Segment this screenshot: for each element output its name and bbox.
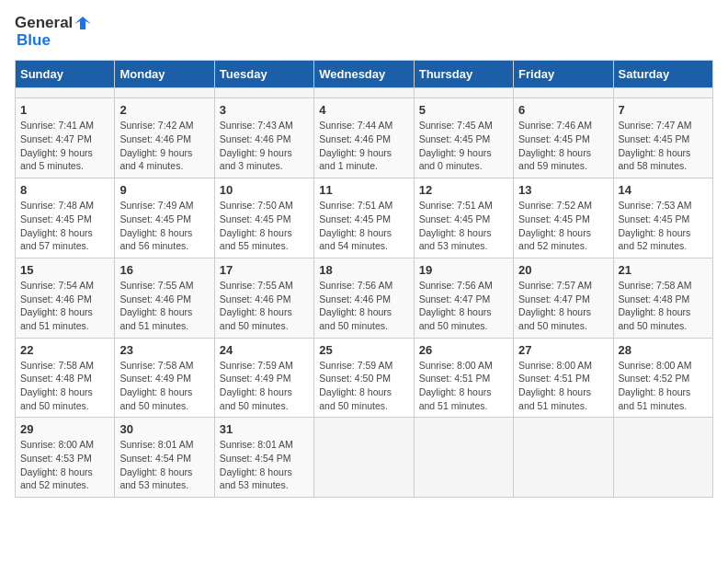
day-number: 8 xyxy=(20,183,109,197)
day-number: 30 xyxy=(119,422,209,436)
calendar-week-row: 15Sunrise: 7:54 AM Sunset: 4:46 PM Dayli… xyxy=(16,258,713,338)
logo-text: General Blue xyxy=(15,15,91,49)
calendar-cell xyxy=(414,88,513,98)
day-info: Sunrise: 7:45 AM Sunset: 4:45 PM Dayligh… xyxy=(419,119,508,173)
day-number: 11 xyxy=(319,183,408,197)
calendar-cell: 18Sunrise: 7:56 AM Sunset: 4:46 PM Dayli… xyxy=(314,258,414,338)
day-number: 29 xyxy=(20,422,109,436)
calendar-cell: 12Sunrise: 7:51 AM Sunset: 4:45 PM Dayli… xyxy=(414,178,513,259)
calendar-cell: 30Sunrise: 8:01 AM Sunset: 4:54 PM Dayli… xyxy=(115,418,214,498)
logo: General Blue xyxy=(15,15,91,49)
calendar-week-row: 1Sunrise: 7:41 AM Sunset: 4:47 PM Daylig… xyxy=(16,98,713,178)
calendar-cell: 10Sunrise: 7:50 AM Sunset: 4:45 PM Dayli… xyxy=(214,178,313,259)
col-header-tuesday: Tuesday xyxy=(214,61,313,88)
logo-bird-icon xyxy=(74,15,91,31)
day-info: Sunrise: 7:44 AM Sunset: 4:46 PM Dayligh… xyxy=(319,119,408,173)
day-number: 7 xyxy=(619,103,708,117)
calendar-cell: 24Sunrise: 7:59 AM Sunset: 4:49 PM Dayli… xyxy=(214,338,313,418)
day-number: 22 xyxy=(20,343,109,357)
day-info: Sunrise: 7:48 AM Sunset: 4:45 PM Dayligh… xyxy=(20,199,109,253)
day-info: Sunrise: 7:46 AM Sunset: 4:45 PM Dayligh… xyxy=(518,119,608,173)
calendar-cell xyxy=(314,418,414,498)
calendar-cell: 23Sunrise: 7:58 AM Sunset: 4:49 PM Dayli… xyxy=(115,338,214,418)
day-number: 16 xyxy=(119,263,209,277)
calendar-cell: 21Sunrise: 7:58 AM Sunset: 4:48 PM Dayli… xyxy=(613,258,712,338)
day-info: Sunrise: 7:47 AM Sunset: 4:45 PM Dayligh… xyxy=(619,119,708,173)
calendar-week-row xyxy=(16,88,713,98)
day-number: 28 xyxy=(619,343,708,357)
calendar-cell: 14Sunrise: 7:53 AM Sunset: 4:45 PM Dayli… xyxy=(613,178,712,259)
svg-marker-0 xyxy=(74,17,91,29)
calendar-header-row: SundayMondayTuesdayWednesdayThursdayFrid… xyxy=(16,61,713,88)
col-header-monday: Monday xyxy=(115,61,214,88)
day-number: 13 xyxy=(518,183,608,197)
day-info: Sunrise: 7:59 AM Sunset: 4:50 PM Dayligh… xyxy=(319,359,408,413)
calendar-cell xyxy=(115,88,214,98)
calendar-cell: 19Sunrise: 7:56 AM Sunset: 4:47 PM Dayli… xyxy=(414,258,513,338)
calendar-cell: 2Sunrise: 7:42 AM Sunset: 4:46 PM Daylig… xyxy=(115,98,214,178)
day-info: Sunrise: 8:01 AM Sunset: 4:54 PM Dayligh… xyxy=(220,438,309,492)
calendar-table: SundayMondayTuesdayWednesdayThursdayFrid… xyxy=(15,60,713,498)
calendar-cell: 13Sunrise: 7:52 AM Sunset: 4:45 PM Dayli… xyxy=(514,178,613,259)
calendar-cell xyxy=(514,418,613,498)
calendar-cell: 29Sunrise: 8:00 AM Sunset: 4:53 PM Dayli… xyxy=(16,418,115,498)
calendar-cell: 27Sunrise: 8:00 AM Sunset: 4:51 PM Dayli… xyxy=(514,338,613,418)
day-number: 4 xyxy=(319,103,408,117)
day-info: Sunrise: 7:58 AM Sunset: 4:48 PM Dayligh… xyxy=(619,279,708,333)
calendar-cell: 3Sunrise: 7:43 AM Sunset: 4:46 PM Daylig… xyxy=(214,98,313,178)
day-number: 18 xyxy=(319,263,408,277)
calendar-cell: 22Sunrise: 7:58 AM Sunset: 4:48 PM Dayli… xyxy=(16,338,115,418)
col-header-wednesday: Wednesday xyxy=(314,61,414,88)
day-info: Sunrise: 7:51 AM Sunset: 4:45 PM Dayligh… xyxy=(319,199,408,253)
day-info: Sunrise: 7:58 AM Sunset: 4:48 PM Dayligh… xyxy=(20,359,109,413)
calendar-cell: 16Sunrise: 7:55 AM Sunset: 4:46 PM Dayli… xyxy=(115,258,214,338)
day-number: 26 xyxy=(419,343,508,357)
day-info: Sunrise: 7:58 AM Sunset: 4:49 PM Dayligh… xyxy=(119,359,209,413)
calendar-cell: 17Sunrise: 7:55 AM Sunset: 4:46 PM Dayli… xyxy=(214,258,313,338)
day-info: Sunrise: 7:57 AM Sunset: 4:47 PM Dayligh… xyxy=(518,279,608,333)
day-number: 10 xyxy=(220,183,309,197)
calendar-cell: 28Sunrise: 8:00 AM Sunset: 4:52 PM Dayli… xyxy=(613,338,712,418)
calendar-cell: 26Sunrise: 8:00 AM Sunset: 4:51 PM Dayli… xyxy=(414,338,513,418)
day-info: Sunrise: 7:41 AM Sunset: 4:47 PM Dayligh… xyxy=(20,119,109,173)
calendar-cell: 4Sunrise: 7:44 AM Sunset: 4:46 PM Daylig… xyxy=(314,98,414,178)
calendar-cell xyxy=(613,418,712,498)
day-number: 12 xyxy=(419,183,508,197)
day-number: 31 xyxy=(220,422,309,436)
calendar-cell: 6Sunrise: 7:46 AM Sunset: 4:45 PM Daylig… xyxy=(514,98,613,178)
calendar-cell xyxy=(214,88,313,98)
calendar-cell xyxy=(414,418,513,498)
day-info: Sunrise: 8:00 AM Sunset: 4:51 PM Dayligh… xyxy=(518,359,608,413)
calendar-week-row: 8Sunrise: 7:48 AM Sunset: 4:45 PM Daylig… xyxy=(16,178,713,259)
page-header: General Blue xyxy=(15,15,713,49)
day-info: Sunrise: 7:56 AM Sunset: 4:47 PM Dayligh… xyxy=(419,279,508,333)
day-info: Sunrise: 8:00 AM Sunset: 4:52 PM Dayligh… xyxy=(619,359,708,413)
calendar-cell: 31Sunrise: 8:01 AM Sunset: 4:54 PM Dayli… xyxy=(214,418,313,498)
day-info: Sunrise: 7:50 AM Sunset: 4:45 PM Dayligh… xyxy=(220,199,309,253)
calendar-cell xyxy=(16,88,115,98)
day-number: 3 xyxy=(220,103,309,117)
day-number: 27 xyxy=(518,343,608,357)
day-info: Sunrise: 7:55 AM Sunset: 4:46 PM Dayligh… xyxy=(220,279,309,333)
col-header-thursday: Thursday xyxy=(414,61,513,88)
day-number: 25 xyxy=(319,343,408,357)
day-number: 6 xyxy=(518,103,608,117)
calendar-cell: 11Sunrise: 7:51 AM Sunset: 4:45 PM Dayli… xyxy=(314,178,414,259)
col-header-sunday: Sunday xyxy=(16,61,115,88)
calendar-cell: 7Sunrise: 7:47 AM Sunset: 4:45 PM Daylig… xyxy=(613,98,712,178)
day-number: 19 xyxy=(419,263,508,277)
day-info: Sunrise: 7:42 AM Sunset: 4:46 PM Dayligh… xyxy=(119,119,209,173)
calendar-cell: 15Sunrise: 7:54 AM Sunset: 4:46 PM Dayli… xyxy=(16,258,115,338)
day-number: 24 xyxy=(220,343,309,357)
day-info: Sunrise: 7:49 AM Sunset: 4:45 PM Dayligh… xyxy=(119,199,209,253)
day-info: Sunrise: 7:59 AM Sunset: 4:49 PM Dayligh… xyxy=(220,359,309,413)
day-number: 15 xyxy=(20,263,109,277)
day-info: Sunrise: 7:53 AM Sunset: 4:45 PM Dayligh… xyxy=(619,199,708,253)
calendar-cell xyxy=(314,88,414,98)
day-number: 21 xyxy=(619,263,708,277)
day-info: Sunrise: 7:43 AM Sunset: 4:46 PM Dayligh… xyxy=(220,119,309,173)
day-number: 17 xyxy=(220,263,309,277)
day-info: Sunrise: 7:56 AM Sunset: 4:46 PM Dayligh… xyxy=(319,279,408,333)
col-header-saturday: Saturday xyxy=(613,61,712,88)
col-header-friday: Friday xyxy=(514,61,613,88)
